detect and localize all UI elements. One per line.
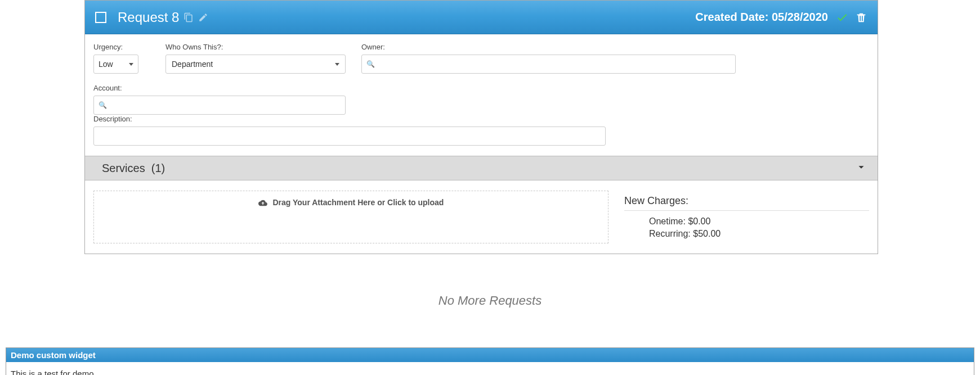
- search-icon: 🔍: [366, 60, 375, 68]
- copy-icon[interactable]: [184, 12, 194, 22]
- account-label: Account:: [93, 84, 346, 92]
- chevron-down-icon: [855, 161, 867, 176]
- urgency-field: Urgency: Low: [93, 43, 138, 74]
- owner-label: Owner:: [361, 43, 736, 51]
- owner-input[interactable]: 🔍: [361, 55, 736, 74]
- services-section-header[interactable]: Services (1): [85, 156, 878, 180]
- trash-icon[interactable]: [855, 11, 867, 24]
- dropzone-text: Drag Your Attachment Here or Click to up…: [272, 198, 444, 207]
- description-field: Description:: [93, 115, 606, 146]
- owner-field: Owner: 🔍: [361, 43, 736, 74]
- services-count: (1): [151, 162, 165, 175]
- select-checkbox[interactable]: [95, 12, 106, 23]
- search-icon: 🔍: [99, 101, 107, 109]
- who-owns-label: Who Owns This?:: [165, 43, 346, 51]
- urgency-select[interactable]: Low: [93, 55, 138, 74]
- who-owns-select[interactable]: Department: [165, 55, 346, 74]
- demo-widget-body: This is a test for demo.: [6, 362, 974, 375]
- demo-widget: Demo custom widget This is a test for de…: [6, 347, 974, 375]
- description-label: Description:: [93, 115, 606, 123]
- charge-recurring: Recurring: $50.00: [624, 228, 869, 240]
- card-body: Urgency: Low Who Owns This?: Department …: [85, 34, 878, 254]
- no-more-requests: No More Requests: [0, 293, 980, 308]
- charge-onetime: Onetime: $0.00: [624, 215, 869, 228]
- description-input[interactable]: [93, 126, 606, 146]
- created-date: Created Date: 05/28/2020: [695, 11, 828, 24]
- new-charges-block: New Charges: Onetime: $0.00 Recurring: $…: [624, 191, 869, 243]
- attachment-dropzone[interactable]: Drag Your Attachment Here or Click to up…: [93, 191, 608, 243]
- card-title: Request 8: [118, 10, 179, 25]
- demo-widget-header: Demo custom widget: [6, 348, 974, 362]
- caret-down-icon: [129, 63, 133, 66]
- urgency-label: Urgency:: [93, 43, 138, 51]
- services-label: Services: [102, 162, 145, 175]
- pencil-icon[interactable]: [198, 12, 208, 22]
- request-card: Request 8 Created Date: 05/28/2020 Urgen…: [84, 0, 878, 254]
- account-input[interactable]: 🔍: [93, 96, 346, 115]
- caret-down-icon: [335, 63, 339, 66]
- approve-icon[interactable]: [836, 11, 848, 24]
- account-field: Account: 🔍: [93, 84, 346, 115]
- cloud-upload-icon: [258, 198, 267, 207]
- card-header: Request 8 Created Date: 05/28/2020: [85, 1, 878, 34]
- new-charges-title: New Charges:: [624, 195, 869, 211]
- who-owns-field: Who Owns This?: Department: [165, 43, 346, 74]
